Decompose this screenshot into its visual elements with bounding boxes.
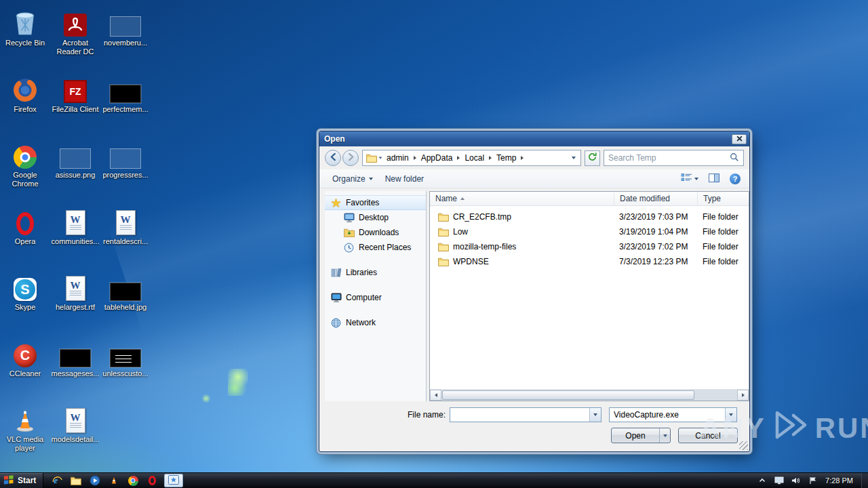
dialog-titlebar[interactable]: Open <box>319 131 749 146</box>
file-row-cr-e2cfb-tmp[interactable]: CR_E2CFB.tmp 3/23/2019 7:03 PM File fold… <box>430 209 749 224</box>
tray-icon-volume[interactable] <box>790 476 802 485</box>
file-row-low[interactable]: Low 3/19/2019 1:04 PM File folder <box>430 224 749 239</box>
column-header-name[interactable]: Name <box>430 192 614 205</box>
chevron-right-icon[interactable] <box>489 156 492 160</box>
cancel-button[interactable]: Cancel <box>678 428 738 443</box>
search-button[interactable] <box>727 151 742 165</box>
sidebar-item-network[interactable]: Network <box>325 315 426 330</box>
desktop-icon-unlesscusto[interactable]: unlesscusto... <box>101 335 150 400</box>
scrollbar-thumb[interactable] <box>442 390 694 400</box>
scroll-right-button[interactable] <box>737 390 749 401</box>
taskbar-icon-opera-mini[interactable] <box>144 474 160 487</box>
chevron-down-icon[interactable] <box>572 157 576 159</box>
views-button[interactable] <box>679 171 701 186</box>
tray-icon-display-tray[interactable] <box>773 476 785 485</box>
forward-button[interactable] <box>342 150 359 166</box>
desktop-icon-modelsdetail[interactable]: W modelsdetail... <box>51 401 100 466</box>
desktop-icon-asissue-png[interactable]: asissue.png <box>51 136 100 201</box>
file-date-text: 7/3/2019 12:23 PM <box>614 257 698 266</box>
desktop-icon-filezilla-client[interactable]: FZ FileZilla Client <box>51 70 100 136</box>
preview-pane-button[interactable] <box>707 172 722 186</box>
show-desktop-button[interactable] <box>861 473 868 488</box>
breadcrumb-item-temp[interactable]: Temp <box>494 150 526 165</box>
open-button[interactable]: Open <box>612 428 660 443</box>
tray-icon-flag[interactable] <box>807 476 818 485</box>
desktop-icon-communities[interactable]: W communities... <box>51 203 100 268</box>
desktop-icon-acrobat-reader-dc[interactable]: Acrobat Reader DC <box>51 4 100 69</box>
scroll-left-button[interactable] <box>430 390 441 401</box>
desktop-icon-skype[interactable]: S Skype <box>1 268 50 333</box>
desktop-icon-vlc-media-player[interactable]: VLC media player <box>1 401 50 466</box>
taskbar-icon-vlc-mini[interactable] <box>106 474 122 487</box>
back-button[interactable] <box>325 150 341 166</box>
file-type-combobox[interactable]: VideoCapture.exe <box>609 407 737 422</box>
taskbar-icon-chrome-mini[interactable] <box>125 474 141 487</box>
chevron-down-icon[interactable] <box>379 157 382 159</box>
triangle-left-icon <box>435 393 437 397</box>
views-icon <box>681 173 692 184</box>
breadcrumb-item-appdata[interactable]: AppData <box>418 150 462 165</box>
desktop-icon-rentaldescri[interactable]: W rentaldescri... <box>101 203 150 268</box>
refresh-button[interactable] <box>585 150 600 166</box>
tray-icon-chevron-up[interactable] <box>756 478 768 483</box>
desktop-icon-perfectmem[interactable]: perfectmem... <box>101 70 150 136</box>
breadcrumb[interactable]: admin AppData Local Temp <box>362 150 581 166</box>
close-button[interactable] <box>732 134 747 144</box>
sidebar-item-recent-places[interactable]: Recent Places <box>325 240 426 255</box>
active-taskbar-button[interactable] <box>164 474 183 487</box>
file-type-dropdown-button[interactable] <box>725 408 736 422</box>
breadcrumb-item-local[interactable]: Local <box>462 150 494 165</box>
search-input[interactable] <box>608 153 727 163</box>
desktop-icon-helargest-rtf[interactable]: W helargest.rtf <box>51 268 100 333</box>
file-name-dropdown-button[interactable] <box>589 408 601 422</box>
clock[interactable]: 7:28 PM <box>821 476 859 485</box>
desktop-icon-ccleaner[interactable]: C CCleaner <box>1 335 50 400</box>
chevron-right-icon[interactable] <box>414 156 416 160</box>
organize-button[interactable]: Organize <box>326 172 379 186</box>
desktop-icon-progressres[interactable]: progressres... <box>101 136 150 201</box>
vlc-mini-icon <box>108 476 120 485</box>
desktop-icon-label: messageses... <box>52 369 100 378</box>
desktop-icon-label: progressres... <box>102 171 148 180</box>
file-row-mozilla-temp-files[interactable]: mozilla-temp-files 3/23/2019 7:02 PM Fil… <box>430 239 749 254</box>
file-name-input[interactable] <box>450 408 589 422</box>
breadcrumb-item-admin[interactable]: admin <box>384 150 418 165</box>
new-folder-button[interactable]: New folder <box>379 172 430 186</box>
desktop-icon-tableheld-jpg[interactable]: tableheld.jpg <box>101 268 150 333</box>
desktop-icon-firefox[interactable]: Firefox <box>1 70 50 136</box>
sidebar-item-desktop[interactable]: Desktop <box>325 210 426 225</box>
opera-mini-icon <box>146 476 158 485</box>
taskbar-icon-folder[interactable] <box>68 474 84 487</box>
tray-icons <box>756 476 818 485</box>
resize-grip[interactable] <box>739 441 748 450</box>
sidebar-item-downloads[interactable]: Downloads <box>325 225 426 240</box>
taskbar-icon-ie[interactable]: e <box>49 474 65 487</box>
help-button[interactable]: ? <box>728 172 743 186</box>
horizontal-scrollbar[interactable] <box>430 389 749 401</box>
ghost-icon <box>110 136 141 169</box>
column-header-date-modified[interactable]: Date modified <box>614 192 698 205</box>
breadcrumb-label: admin <box>384 153 412 163</box>
desktop-icon-opera[interactable]: Opera <box>1 203 50 268</box>
taskbar-icon-wmp[interactable] <box>87 474 103 487</box>
chevron-right-icon[interactable] <box>521 156 524 160</box>
column-header-type[interactable]: Type <box>698 192 749 205</box>
desktop-icon-recycle-bin[interactable]: Recycle Bin <box>1 4 50 69</box>
quick-launch: e <box>46 473 163 488</box>
file-row-wpdnse[interactable]: WPDNSE 7/3/2019 12:23 PM File folder <box>430 254 749 269</box>
desktop-icon-messageses[interactable]: messageses... <box>51 335 100 400</box>
sidebar-item-libraries[interactable]: Libraries <box>325 265 426 280</box>
libraries-mini-icon <box>330 268 342 277</box>
column-header-label: Name <box>435 194 457 203</box>
open-label: Open <box>625 431 645 441</box>
organize-label: Organize <box>332 174 366 184</box>
desktop-icon-google-chrome[interactable]: Google Chrome <box>1 136 50 201</box>
chevron-right-icon[interactable] <box>457 156 460 160</box>
start-button[interactable]: Start <box>0 473 43 488</box>
open-dropdown-button[interactable] <box>660 428 670 443</box>
image-black-icon <box>110 70 141 103</box>
scrollbar-track[interactable] <box>441 390 737 401</box>
sidebar-item-favorites[interactable]: Favorites <box>325 195 426 210</box>
sidebar-item-computer[interactable]: Computer <box>325 290 426 305</box>
desktop-icon-novemberu[interactable]: novemberu... <box>101 4 150 69</box>
